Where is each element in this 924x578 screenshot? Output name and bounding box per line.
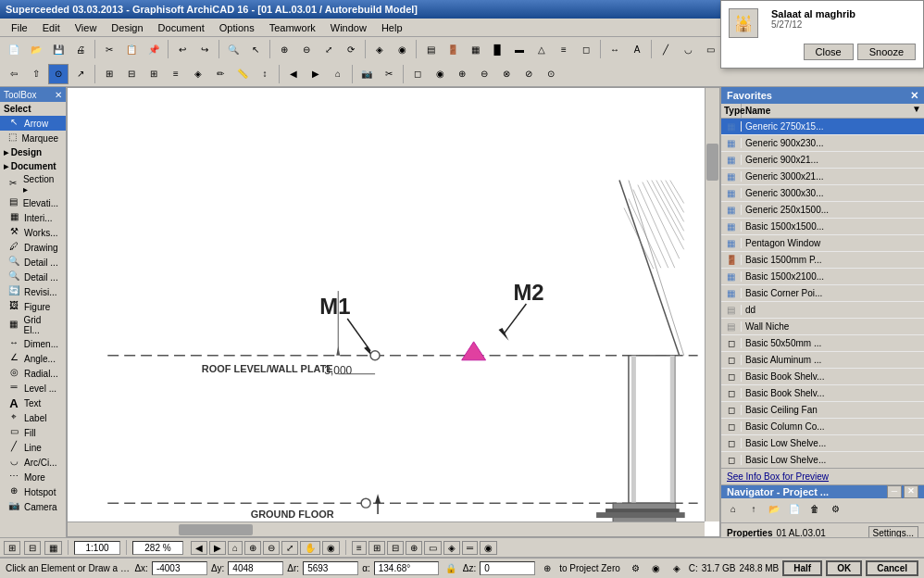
tb-save-btn[interactable]: 💾 (48, 39, 69, 59)
nav-tb-folder[interactable]: 📂 (766, 500, 782, 517)
menu-teamwork[interactable]: Teamwork (262, 20, 323, 35)
tb-fill-btn[interactable]: ▭ (700, 39, 720, 59)
tool-elevation[interactable]: ▤ Elevati... (0, 195, 66, 210)
fav-row[interactable]: ▦ Basic 1500x1500... (721, 219, 924, 235)
fav-row[interactable]: ▦ Generic 900x21... (721, 152, 924, 169)
menu-window[interactable]: Window (323, 20, 374, 35)
tool-dimension[interactable]: ↔ Dimen... (0, 336, 66, 351)
notification-snooze-button[interactable]: Snooze (857, 44, 916, 60)
fav-sort-icon[interactable]: ▼ (909, 104, 924, 118)
tb-align-btn[interactable]: ⊙ (48, 64, 69, 84)
tool-text[interactable]: A Text (0, 396, 66, 410)
tool-marquee[interactable]: ⬚ Marquee (0, 131, 66, 145)
menu-view[interactable]: View (68, 20, 105, 35)
tb-open-btn[interactable]: 📂 (26, 39, 46, 59)
tool-line[interactable]: ╱ Line (0, 440, 66, 455)
3d-view-btn[interactable]: ▦ (44, 541, 62, 555)
canvas-scrollbar-horizontal[interactable] (68, 521, 705, 536)
zoom-next-btn[interactable]: ▶ (209, 541, 226, 555)
proj-zero-btn[interactable]: ⊕ (539, 560, 556, 577)
tb-col-btn[interactable]: █ (487, 39, 507, 59)
nav-tb-delete[interactable]: 🗑 (806, 500, 823, 517)
nav-min-icon[interactable]: ─ (887, 485, 902, 498)
zoom-out-btn[interactable]: ⊖ (263, 541, 280, 555)
tb-render-btn[interactable]: ◉ (392, 39, 412, 59)
fav-row[interactable]: ◻ Basic Low Shelve... (721, 452, 924, 468)
tb-nav2-btn[interactable]: ◀ (283, 64, 304, 84)
tb-roof-btn[interactable]: △ (531, 39, 552, 59)
tb-wall-btn[interactable]: ▤ (420, 39, 441, 59)
pan-btn[interactable]: ✋ (300, 541, 320, 555)
tb-sect-btn[interactable]: ✂ (379, 64, 399, 84)
layer-btn[interactable]: ≡ (352, 541, 367, 555)
fav-row[interactable]: ▦ Generic 900x230... (721, 135, 924, 152)
tb-3d-btn[interactable]: ◈ (369, 39, 390, 59)
menu-document[interactable]: Document (151, 20, 212, 35)
line-weight-btn[interactable]: ═ (462, 541, 478, 555)
menu-options[interactable]: Options (212, 20, 262, 35)
ok-button[interactable]: OK (826, 560, 862, 576)
tb-new-btn[interactable]: 📄 (4, 39, 24, 59)
tb-pen-btn[interactable]: ✏ (210, 64, 231, 84)
tb-window-btn[interactable]: ▦ (465, 39, 485, 59)
fav-row[interactable]: ▦ Generic 2750x15... (721, 119, 924, 135)
status-icon2[interactable]: ◉ (648, 560, 665, 577)
tool-detail1[interactable]: 🔍 Detail ... (0, 255, 66, 270)
fav-row[interactable]: ▦ Basic Corner Poi... (721, 285, 924, 302)
nav-tb-up[interactable]: ↑ (745, 500, 762, 517)
tb-nav4-btn[interactable]: ⌂ (328, 64, 348, 84)
status-icon3[interactable]: ◈ (668, 560, 685, 577)
guide-btn[interactable]: ⊟ (387, 541, 404, 555)
tb-redo-btn[interactable]: ↪ (194, 39, 215, 59)
tb-text-btn[interactable]: A (627, 39, 647, 59)
tool-revision[interactable]: 🔄 Revisi... (0, 284, 66, 299)
zoom-prev-btn[interactable]: ◀ (191, 541, 207, 555)
tb-rotate-btn[interactable]: ⟳ (341, 39, 361, 59)
tool-label[interactable]: ⌖ Label (0, 410, 66, 425)
section-view-btn[interactable]: ⊟ (24, 541, 41, 555)
fav-row[interactable]: ◻ Basic Book Shelv... (721, 369, 924, 385)
tb-layer-btn[interactable]: ≡ (166, 64, 186, 84)
fav-row[interactable]: ◻ Basic 50x50mm ... (721, 335, 924, 352)
tb-arc-btn[interactable]: ◡ (678, 39, 698, 59)
lock-icon[interactable]: 🔒 (443, 560, 459, 577)
tool-arc[interactable]: ◡ Arc/Ci... (0, 455, 66, 470)
tb-undo-btn[interactable]: ↩ (172, 39, 193, 59)
tool-camera[interactable]: 📷 Camera (0, 499, 66, 514)
fav-row[interactable]: ▦ Basic 1500x2100... (721, 269, 924, 285)
tb-stair-btn[interactable]: ≡ (554, 39, 574, 59)
notification-close-button[interactable]: Close (804, 44, 854, 60)
fav-row[interactable]: ◻ Basic Book Shelv... (721, 385, 924, 402)
tb-find-btn[interactable]: 🔍 (223, 39, 243, 59)
menu-design[interactable]: Design (104, 20, 150, 35)
fav-row[interactable]: ◻ Basic Ceiling Fan (721, 402, 924, 419)
cancel-button[interactable]: Cancel (866, 560, 918, 576)
see-info-link[interactable]: See Info Box for Preview (721, 468, 924, 484)
fav-row[interactable]: ◻ Basic Aluminum ... (721, 352, 924, 369)
fav-row[interactable]: ◻ Basic Low Shelve... (721, 435, 924, 452)
tb-line-btn[interactable]: ╱ (656, 39, 676, 59)
tb-measure-btn[interactable]: 📏 (232, 64, 253, 84)
settings-button[interactable]: Settings... (868, 526, 918, 537)
tb-misc2[interactable]: ◉ (430, 64, 450, 84)
tb-elev-btn[interactable]: ↕ (255, 64, 275, 84)
tool-more[interactable]: ⋯ More (0, 470, 66, 484)
tool-arrow[interactable]: ↖ Arrow (0, 116, 66, 131)
fav-row[interactable]: ▦ Generic 3000x30... (721, 185, 924, 202)
fav-row[interactable]: ▤ dd (721, 302, 924, 319)
trace-btn[interactable]: ◉ (480, 541, 497, 555)
menu-edit[interactable]: Edit (35, 20, 68, 35)
menu-help[interactable]: Help (374, 20, 410, 35)
tb-door-btn[interactable]: 🚪 (443, 39, 463, 59)
fav-row[interactable]: ▦ Generic 250x1500... (721, 202, 924, 219)
tb-guide-btn[interactable]: ⊟ (121, 64, 142, 84)
fav-row[interactable]: 🚪 Basic 1500mm P... (721, 252, 924, 269)
nav-tb-new[interactable]: 📄 (786, 500, 803, 517)
tb-view2-btn[interactable]: ◈ (188, 64, 208, 84)
tb-misc4[interactable]: ⊖ (474, 64, 494, 84)
tool-level[interactable]: ═ Level ... (0, 381, 66, 396)
status-icon1[interactable]: ⚙ (628, 560, 644, 577)
canvas-scrollbar-vertical[interactable] (705, 88, 719, 521)
fav-row[interactable]: ◻ Basic Column Co... (721, 419, 924, 435)
tb-misc7[interactable]: ⊙ (541, 64, 561, 84)
